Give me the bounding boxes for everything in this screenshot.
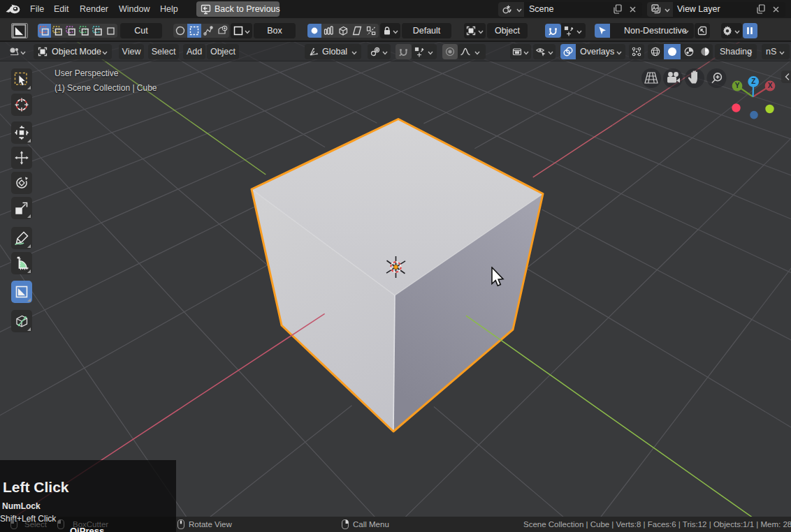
svg-text:Z: Z xyxy=(751,77,755,85)
svg-text:Y: Y xyxy=(735,82,740,89)
svg-text:X: X xyxy=(768,82,773,89)
